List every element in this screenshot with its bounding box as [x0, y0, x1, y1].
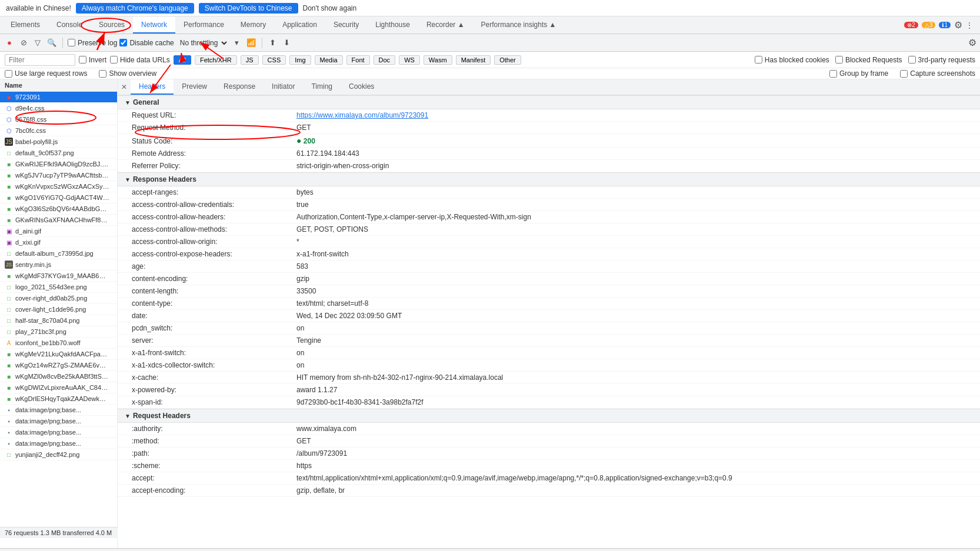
- filter-font[interactable]: Font: [346, 55, 370, 65]
- settings-icon[interactable]: ⚙: [954, 19, 962, 31]
- throttle-arrow-icon[interactable]: ▾: [231, 37, 243, 49]
- tab-security[interactable]: Security: [325, 16, 367, 34]
- use-large-rows-label[interactable]: Use large request rows: [5, 69, 87, 78]
- disable-cache-label[interactable]: Disable cache: [119, 39, 174, 47]
- file-item-wkgkn[interactable]: ■ wKgKnVvpxcSzWGxzAACxSyBTKgs96: [0, 181, 117, 192]
- tab-headers[interactable]: Headers: [131, 79, 174, 95]
- file-item-9723091[interactable]: ■ 9723091: [0, 92, 117, 103]
- hide-data-urls-label[interactable]: Hide data URLs: [110, 56, 170, 64]
- file-item-logo[interactable]: □ logo_2021_554d3ee.png: [0, 282, 117, 293]
- tab-performance-insights[interactable]: Performance insights ▲: [473, 16, 565, 34]
- invert-label[interactable]: Invert: [79, 56, 106, 64]
- tab-network[interactable]: Network: [133, 16, 175, 34]
- file-item-data3[interactable]: ▪ data:image/png;base...: [0, 427, 117, 438]
- throttling-select[interactable]: No throttling Fast 3G Slow 3G: [176, 38, 229, 48]
- filter-fetch-xhr[interactable]: Fetch/XHR: [195, 55, 237, 65]
- close-panel-btn[interactable]: ✕: [118, 80, 131, 94]
- filter-js[interactable]: JS: [241, 55, 259, 65]
- file-item-yunjianji[interactable]: □ yunjianji2_decff42.png: [0, 449, 117, 460]
- switch-devtools-btn[interactable]: Switch DevTools to Chinese: [199, 3, 298, 14]
- file-item-sentry[interactable]: JS sentry.min.js: [0, 259, 117, 271]
- dont-show-again-btn[interactable]: Don't show again: [303, 4, 357, 12]
- group-by-frame-checkbox[interactable]: [829, 70, 837, 78]
- search-icon[interactable]: 🔍: [46, 37, 58, 49]
- third-party-checkbox[interactable]: [908, 56, 916, 64]
- has-blocked-cookies-checkbox[interactable]: [755, 56, 762, 64]
- file-item-wkgo1[interactable]: ■ wKgO1V6YiG7Q-GdjAACT4Wcw6tc1.: [0, 192, 117, 203]
- record-icon[interactable]: ●: [4, 37, 15, 49]
- blocked-requests-label[interactable]: Blocked Requests: [835, 56, 902, 64]
- tab-application[interactable]: Application: [274, 16, 325, 34]
- import-icon[interactable]: ⬆: [267, 37, 279, 49]
- use-large-rows-checkbox[interactable]: [5, 70, 12, 78]
- tab-recorder[interactable]: Recorder ▲: [418, 16, 473, 34]
- file-item-7bc0fc[interactable]: ⬡ 7bc0fc.css: [0, 125, 117, 136]
- tab-memory[interactable]: Memory: [232, 16, 274, 34]
- file-item-cover-light[interactable]: □ cover-light_c1dde96.png: [0, 304, 117, 315]
- filter-other[interactable]: Other: [494, 55, 521, 65]
- file-item-play[interactable]: □ play_271bc3f.png: [0, 326, 117, 338]
- filter-media[interactable]: Media: [315, 55, 343, 65]
- hide-data-urls-checkbox[interactable]: [110, 56, 118, 64]
- third-party-label[interactable]: 3rd-party requests: [908, 56, 975, 64]
- preserve-log-label[interactable]: Preserve log: [68, 39, 117, 47]
- response-headers-section[interactable]: ▼ Response Headers: [118, 172, 980, 186]
- network-settings-icon[interactable]: ⚙: [968, 37, 976, 48]
- file-item-wkgme[interactable]: ■ wKgMeV21LkuQakfdAACFpadySdo5(: [0, 349, 117, 360]
- invert-checkbox[interactable]: [79, 56, 86, 64]
- tab-elements[interactable]: Elements: [2, 16, 48, 34]
- file-item-default-album[interactable]: □ default-album_c73995d.jpg: [0, 248, 117, 259]
- filter-ws[interactable]: WS: [399, 55, 420, 65]
- file-item-wkgmzl[interactable]: ■ wKgMZl0w8cvBe25kAABf3ttSZdY00(: [0, 371, 117, 382]
- file-item-wkgoz[interactable]: ■ wKgOz14wRZ7gS-ZMAAE6vCfl3XE34: [0, 360, 117, 371]
- tab-console[interactable]: Console: [48, 16, 91, 34]
- file-item-data2[interactable]: ▪ data:image/png;base...: [0, 416, 117, 427]
- clear-icon[interactable]: ⊘: [18, 37, 29, 49]
- disable-cache-checkbox[interactable]: [119, 39, 127, 46]
- file-item-wkgdwl[interactable]: ■ wKgDWlZvLpixreAuAAK_C84OSqk03: [0, 382, 117, 393]
- group-by-frame-label[interactable]: Group by frame: [829, 69, 888, 78]
- filter-icon[interactable]: ▽: [32, 37, 44, 49]
- filter-all[interactable]: All: [174, 55, 191, 65]
- has-blocked-cookies-label[interactable]: Has blocked cookies: [755, 56, 829, 64]
- tab-cookies[interactable]: Cookies: [341, 79, 382, 95]
- request-headers-section[interactable]: ▼ Request Headers: [118, 409, 980, 423]
- file-item-babel[interactable]: JS babel-polyfill.js: [0, 136, 117, 148]
- file-item-data4[interactable]: ▪ data:image/png;base...: [0, 438, 117, 449]
- capture-screenshots-checkbox[interactable]: [900, 70, 908, 78]
- tab-initiator[interactable]: Initiator: [264, 79, 303, 95]
- preserve-log-checkbox[interactable]: [68, 39, 75, 46]
- show-overview-label[interactable]: Show overview: [99, 69, 156, 78]
- file-item-gkwrins[interactable]: ■ GKwRINsGaXFNAACHhwFf8Xug.jpg!s: [0, 215, 117, 226]
- file-item-half-star[interactable]: □ half-star_8c70a04.png: [0, 315, 117, 326]
- file-item-default-png[interactable]: □ default_9c0f537.png: [0, 148, 117, 159]
- tab-lighthouse[interactable]: Lighthouse: [367, 16, 418, 34]
- file-item-dxixi[interactable]: ▣ d_xixi.gif: [0, 237, 117, 248]
- file-item-daini[interactable]: ▣ d_aini.gif: [0, 226, 117, 237]
- tab-sources[interactable]: Sources: [91, 16, 133, 34]
- file-item-data1[interactable]: ▪ data:image/png;base...: [0, 405, 117, 416]
- file-item-iconfont[interactable]: A iconfont_be1bb70.woff: [0, 338, 117, 349]
- filter-manifest[interactable]: Manifest: [456, 55, 491, 65]
- filter-doc[interactable]: Doc: [374, 55, 396, 65]
- filter-input[interactable]: [5, 54, 75, 66]
- file-item-wkg5[interactable]: ■ wKg5JV7ucp7yTP9wAACfttsbc1Q269: [0, 170, 117, 181]
- file-item-cover-right[interactable]: □ cover-right_dd0ab25.png: [0, 293, 117, 304]
- file-item-d9e4c[interactable]: ⬡ d9e4c.css: [0, 103, 117, 114]
- file-item-gkw1[interactable]: ■ GKwRIJEFfkI9AAOligD9zcBJ.pnglstrip: [0, 159, 117, 170]
- file-item-0676f8[interactable]: ⬡ 0676f8.css: [0, 114, 117, 125]
- filter-css[interactable]: CSS: [262, 55, 286, 65]
- file-item-wkgo3[interactable]: ■ wKgO3l6Sz6bQV6r4AABdbGzwbQA9: [0, 203, 117, 215]
- filter-wasm[interactable]: Wasm: [424, 55, 452, 65]
- blocked-requests-checkbox[interactable]: [835, 56, 843, 64]
- capture-screenshots-label[interactable]: Capture screenshots: [900, 69, 975, 78]
- general-section-header[interactable]: ▼ General: [118, 95, 980, 109]
- tab-preview[interactable]: Preview: [174, 79, 215, 95]
- wifi-icon[interactable]: 📶: [245, 37, 257, 49]
- export-icon[interactable]: ⬇: [281, 37, 293, 49]
- filter-img[interactable]: Img: [289, 55, 311, 65]
- tab-timing[interactable]: Timing: [303, 79, 341, 95]
- tab-performance[interactable]: Performance: [175, 16, 232, 34]
- file-item-wkgmdf[interactable]: ■ wKgMdF37KYGw19_MAAB6O1BjA-4.: [0, 271, 117, 282]
- tab-response[interactable]: Response: [215, 79, 264, 95]
